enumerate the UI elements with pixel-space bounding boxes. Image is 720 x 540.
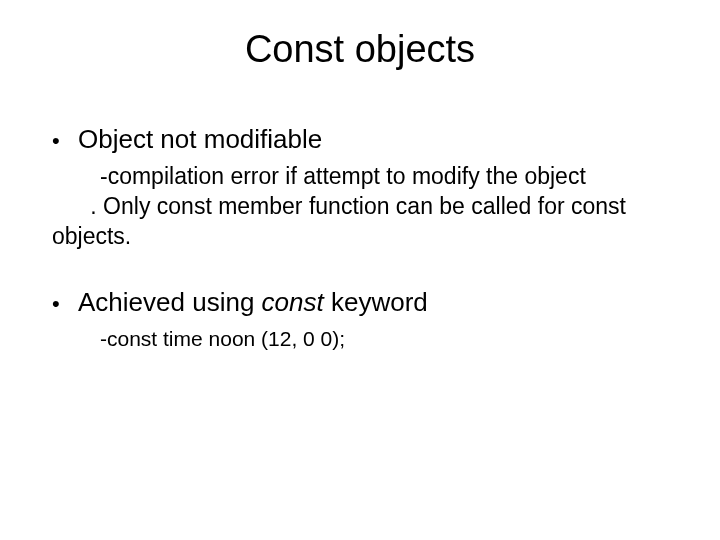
bullet-text-before: Achieved using bbox=[78, 287, 262, 317]
sub2-text: const time noon (12, 0 0); bbox=[107, 327, 345, 350]
bullet-item: Achieved using const keyword bbox=[52, 286, 668, 319]
bullet-item: Object not modifiable bbox=[52, 123, 668, 156]
sub-line-1: compilation error if attempt to modify t… bbox=[108, 163, 586, 189]
dash-icon: - bbox=[100, 325, 107, 352]
bullet-text-after: keyword bbox=[324, 287, 428, 317]
slide-content: Object not modifiable -compilation error… bbox=[52, 123, 668, 353]
sub-line-2: . Only const member function can be call… bbox=[52, 192, 668, 252]
dash-icon: - bbox=[100, 162, 108, 192]
bullet-dot-icon bbox=[52, 123, 78, 156]
bullet-subtext: -const time noon (12, 0 0); bbox=[100, 325, 668, 352]
bullet-text: Achieved using const keyword bbox=[78, 286, 668, 319]
slide-title: Const objects bbox=[52, 28, 668, 71]
bullet-subtext: -compilation error if attempt to modify … bbox=[100, 162, 668, 252]
bullet-text-italic: const bbox=[262, 287, 324, 317]
bullet-dot-icon bbox=[52, 286, 78, 319]
bullet-text: Object not modifiable bbox=[78, 123, 668, 156]
slide: Const objects Object not modifiable -com… bbox=[0, 0, 720, 540]
